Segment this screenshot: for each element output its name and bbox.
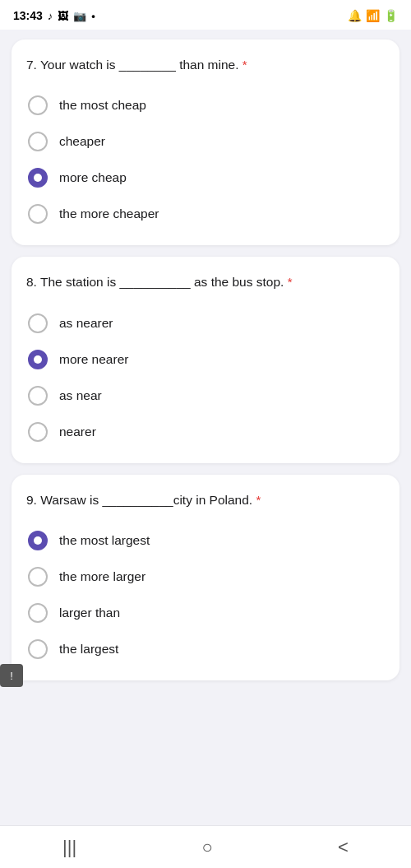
options-list-9: the most largest the more larger larger …	[26, 524, 385, 666]
option-7a[interactable]: the most cheap	[26, 89, 385, 122]
question-9-text: 9. Warsaw is __________city in Poland. *	[26, 491, 385, 509]
question-card-9: 9. Warsaw is __________city in Poland. *…	[12, 475, 399, 680]
option-9b[interactable]: the more larger	[26, 560, 385, 593]
question-7-text: 7. Your watch is ________ than mine. *	[26, 56, 385, 74]
options-list-8: as nearer more nearer as near	[26, 307, 385, 448]
status-time-area: 13:43 ♪ 🖼 📷 •	[13, 9, 95, 22]
option-8d[interactable]: nearer	[26, 415, 385, 448]
options-list-7: the most cheap cheaper more cheap	[26, 89, 385, 230]
radio-7d[interactable]	[28, 204, 48, 224]
radio-8c[interactable]	[28, 386, 48, 406]
option-7b[interactable]: cheaper	[26, 125, 385, 158]
required-star-8: *	[288, 275, 293, 289]
radio-8d[interactable]	[28, 422, 48, 442]
bottom-nav: ||| ○ <	[0, 825, 411, 868]
content-area: 7. Your watch is ________ than mine. * t…	[0, 30, 411, 825]
radio-9a[interactable]	[28, 531, 48, 550]
required-star-9: *	[256, 493, 261, 507]
option-label-7c: more cheap	[59, 170, 127, 185]
radio-8b[interactable]	[28, 350, 48, 369]
option-label-9d: the largest	[59, 642, 118, 657]
option-label-8a: as nearer	[59, 316, 113, 331]
radio-7c[interactable]	[28, 168, 48, 188]
main-wrapper: 7. Your watch is ________ than mine. * t…	[0, 30, 411, 868]
camera-icon: 📷	[73, 10, 86, 22]
option-8a[interactable]: as nearer	[26, 307, 385, 340]
option-9a[interactable]: the most largest	[26, 524, 385, 557]
back-icon: <	[338, 837, 349, 857]
option-label-9c: larger than	[59, 606, 120, 620]
option-label-9a: the most largest	[59, 533, 150, 548]
option-label-8c: as near	[59, 388, 102, 403]
option-label-9b: the more larger	[59, 569, 145, 584]
option-label-7b: cheaper	[59, 134, 105, 149]
radio-8a[interactable]	[28, 313, 48, 333]
nav-back-button[interactable]: <	[318, 830, 368, 865]
option-9c[interactable]: larger than	[26, 596, 385, 629]
radio-9c[interactable]	[28, 603, 48, 623]
option-label-7a: the most cheap	[59, 98, 146, 113]
battery-icon: 🔋	[384, 9, 398, 22]
option-label-8d: nearer	[59, 425, 96, 439]
alarm-icon: 🔔	[348, 9, 362, 22]
question-8-text: 8. The station is __________ as the bus …	[26, 273, 385, 291]
option-8b[interactable]: more nearer	[26, 343, 385, 376]
menu-icon: |||	[62, 837, 76, 857]
home-icon: ○	[201, 837, 212, 857]
question-card-8: 8. The station is __________ as the bus …	[12, 257, 399, 462]
required-star-7: *	[242, 58, 247, 72]
option-7d[interactable]: the more cheaper	[26, 197, 385, 230]
question-card-7: 7. Your watch is ________ than mine. * t…	[12, 39, 399, 245]
nav-home-button[interactable]: ○	[182, 830, 232, 865]
option-9d[interactable]: the largest	[26, 633, 385, 666]
option-label-7d: the more cheaper	[59, 207, 159, 221]
radio-9d[interactable]	[28, 639, 48, 659]
feedback-icon[interactable]: !	[0, 664, 23, 687]
status-right-icons: 🔔 📶 🔋	[348, 9, 398, 22]
music-icon: ♪	[48, 10, 53, 22]
nav-menu-button[interactable]: |||	[43, 830, 96, 865]
radio-9b[interactable]	[28, 567, 48, 587]
time-display: 13:43	[13, 9, 43, 22]
wifi-icon: 📶	[366, 9, 380, 22]
radio-7b[interactable]	[28, 132, 48, 151]
option-8c[interactable]: as near	[26, 379, 385, 412]
radio-7a[interactable]	[28, 95, 48, 115]
dot-icon: •	[91, 10, 95, 22]
image-icon: 🖼	[58, 10, 68, 22]
status-bar: 13:43 ♪ 🖼 📷 • 🔔 📶 🔋	[0, 0, 411, 30]
option-label-8b: more nearer	[59, 352, 128, 367]
option-7c[interactable]: more cheap	[26, 161, 385, 194]
